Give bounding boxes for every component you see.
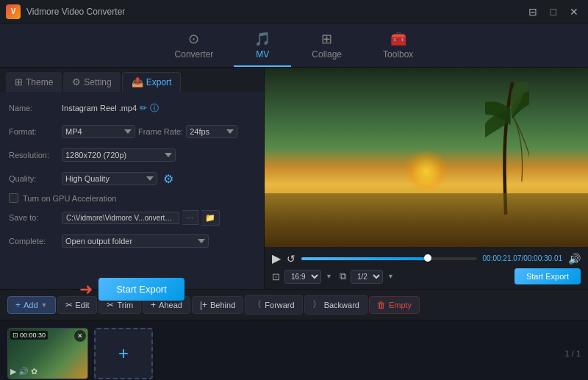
name-label: Name: xyxy=(9,104,62,112)
clip-close-btn[interactable]: ✕ xyxy=(74,330,86,342)
main-content: ⊞ Theme ⚙ Setting 📤 Export Name: Instagr… xyxy=(0,68,588,289)
info-icon[interactable]: ⓘ xyxy=(150,102,159,115)
gpu-checkbox[interactable] xyxy=(9,193,18,203)
save-path-display: C:\Vidmore\Vidmore V...onverter\MV Expor… xyxy=(62,212,179,224)
tab-collage[interactable]: ⊞ Collage xyxy=(291,26,362,67)
clip-volume-icon[interactable]: 🔊 xyxy=(18,367,29,376)
mv-icon: 🎵 xyxy=(254,31,270,47)
maximize-btn[interactable]: □ xyxy=(547,4,560,19)
empty-btn[interactable]: 🗑 Empty xyxy=(369,296,420,314)
clip-time-badge: ⊡ 00:00:30 xyxy=(10,331,48,340)
page-count: 1 / 1 xyxy=(565,349,581,358)
complete-value-group: Open output folder xyxy=(62,234,209,248)
frame-rate-select[interactable]: 24fps xyxy=(186,125,237,138)
forward-btn-label: Forward xyxy=(265,301,294,309)
clip-time-value: 00:00:30 xyxy=(20,331,46,339)
progress-handle[interactable] xyxy=(424,254,431,262)
ratio-dropdown-icon: ▼ xyxy=(326,273,332,280)
ratio-icon: ⊡ xyxy=(272,271,280,282)
settings-form: Name: Instagram Reel .mp4 ✏ ⓘ Format: MP… xyxy=(0,92,264,263)
tab-converter[interactable]: ⊙ Converter xyxy=(154,26,234,67)
resolution-value-group: 1280x720 (720p) xyxy=(62,148,176,162)
time-display: 00:00:21.07/00:00:30.01 xyxy=(483,254,562,262)
copy-dropdown-icon: ▼ xyxy=(387,273,394,280)
format-label: Format: xyxy=(9,127,62,136)
play-btn[interactable]: ▶ xyxy=(272,251,281,265)
converter-icon: ⊙ xyxy=(188,31,199,47)
save-path-group: C:\Vidmore\Vidmore V...onverter\MV Expor… xyxy=(62,210,255,226)
start-export-btn-right[interactable]: Start Export xyxy=(514,268,581,284)
export-btn-area: ➜ Start Export xyxy=(0,263,264,315)
name-value: Instagram Reel .mp4 xyxy=(62,104,137,112)
export-icon: 📤 xyxy=(132,76,143,87)
save-to-label: Save to: xyxy=(9,213,62,222)
quality-label: Quality: xyxy=(9,174,62,183)
tab-toolbox-label: Toolbox xyxy=(383,49,413,60)
name-row: Name: Instagram Reel .mp4 ✏ ⓘ xyxy=(9,99,255,117)
timeline-clip: ⊡ 00:00:30 ✕ ▶ 🔊 ✿ xyxy=(7,328,88,379)
sun-glow xyxy=(404,149,448,193)
setting-icon: ⚙ xyxy=(72,76,81,87)
start-export-btn-left[interactable]: Start Export xyxy=(98,278,184,301)
subtab-setting[interactable]: ⚙ Setting xyxy=(63,72,120,92)
title-bar: V Vidmore Video Converter ⊟ □ ✕ xyxy=(0,0,588,24)
video-controls: ▶ ↺ 00:00:21.07/00:00:30.01 🔊 ⊡ 16:9 ▼ ⧉ xyxy=(265,247,588,289)
format-select[interactable]: MP4 xyxy=(62,125,135,138)
minimize-btn[interactable]: ⊟ xyxy=(525,4,541,19)
name-value-group: Instagram Reel .mp4 ✏ ⓘ xyxy=(62,102,159,115)
copy-select[interactable]: 1/2 xyxy=(351,270,383,284)
subtab-export[interactable]: 📤 Export xyxy=(122,72,182,92)
subtab-export-label: Export xyxy=(146,77,172,87)
controls-row2: ⊡ 16:9 ▼ ⧉ 1/2 ▼ Start Export xyxy=(272,268,581,284)
complete-row: Complete: Open output folder xyxy=(9,232,255,250)
toolbox-icon: 🧰 xyxy=(390,31,406,47)
tab-collage-label: Collage xyxy=(312,49,342,60)
sub-tabs: ⊞ Theme ⚙ Setting 📤 Export xyxy=(0,68,264,92)
add-clip-btn[interactable]: + xyxy=(94,328,153,379)
resolution-select[interactable]: 1280x720 (720p) xyxy=(62,148,176,162)
video-preview xyxy=(265,68,588,247)
save-dots-btn[interactable]: ··· xyxy=(182,210,198,225)
complete-label: Complete: xyxy=(9,237,62,245)
clip-edit-icon[interactable]: ✿ xyxy=(31,367,37,376)
time-current: 00:00:21.07 xyxy=(483,254,522,262)
window-controls: ⊟ □ ✕ xyxy=(525,4,582,19)
collage-icon: ⊞ xyxy=(321,31,332,47)
clip-time-icon: ⊡ xyxy=(12,331,18,339)
format-row: Format: MP4 Frame Rate: 24fps xyxy=(9,123,255,140)
ratio-select[interactable]: 16:9 xyxy=(284,270,321,284)
complete-select[interactable]: Open output folder xyxy=(62,234,209,248)
subtab-theme[interactable]: ⊞ Theme xyxy=(6,72,62,92)
arrow-indicator: ➜ xyxy=(79,280,93,299)
backward-btn-label: Backward xyxy=(324,301,359,309)
theme-icon: ⊞ xyxy=(15,76,23,87)
edit-name-icon[interactable]: ✏ xyxy=(140,103,147,113)
backward-btn[interactable]: 〉 Backward xyxy=(304,295,368,315)
replay-btn[interactable]: ↺ xyxy=(287,253,295,265)
progress-row: ▶ ↺ 00:00:21.07/00:00:30.01 🔊 xyxy=(272,251,581,265)
gpu-label: Turn on GPU Acceleration xyxy=(23,194,116,203)
resolution-row: Resolution: 1280x720 (720p) xyxy=(9,146,255,164)
save-folder-btn[interactable]: 📁 xyxy=(201,210,220,226)
clip-play-icon[interactable]: ▶ xyxy=(10,367,16,376)
tab-toolbox[interactable]: 🧰 Toolbox xyxy=(362,26,434,67)
tab-mv[interactable]: 🎵 MV xyxy=(234,26,291,67)
resolution-label: Resolution: xyxy=(9,151,62,159)
empty-btn-label: Empty xyxy=(389,301,412,309)
quality-value-group: High Quality ⚙ xyxy=(62,172,176,186)
video-background xyxy=(265,68,588,247)
subtab-theme-label: Theme xyxy=(26,77,53,87)
progress-track[interactable] xyxy=(301,257,477,260)
quality-select[interactable]: High Quality xyxy=(62,172,157,185)
close-btn[interactable]: ✕ xyxy=(566,4,582,19)
save-to-row: Save to: C:\Vidmore\Vidmore V...onverter… xyxy=(9,209,255,226)
tab-converter-label: Converter xyxy=(175,49,214,60)
time-total: 00:00:30.01 xyxy=(523,254,562,262)
tab-mv-label: MV xyxy=(256,49,269,60)
app-logo: V xyxy=(6,4,21,19)
volume-icon[interactable]: 🔊 xyxy=(568,253,581,265)
format-value-group: MP4 Frame Rate: 24fps xyxy=(62,125,237,138)
app-title: Vidmore Video Converter xyxy=(26,7,525,17)
copy-icon: ⧉ xyxy=(340,270,346,282)
quality-gear-btn[interactable]: ⚙ xyxy=(160,172,176,186)
